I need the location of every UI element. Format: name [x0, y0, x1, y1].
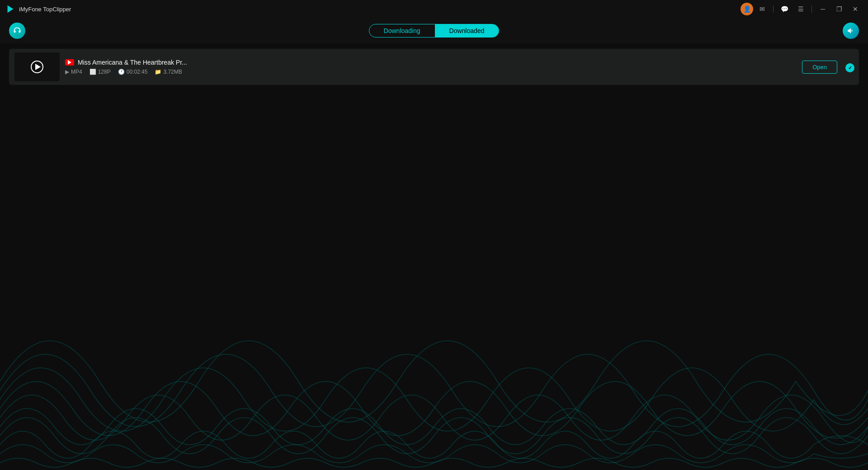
- folder-icon: 📁: [155, 69, 161, 75]
- restore-icon: ❐: [836, 5, 842, 13]
- format-value: MP4: [71, 69, 82, 75]
- toolbar-right: [843, 23, 859, 39]
- mail-button[interactable]: ✉: [755, 3, 769, 15]
- separator: [773, 5, 774, 13]
- duration-value: 00:02:45: [127, 69, 148, 75]
- close-button[interactable]: ✕: [848, 3, 863, 15]
- downloading-tab[interactable]: Downloading: [369, 24, 435, 37]
- chat-icon: 💬: [781, 5, 788, 13]
- restore-button[interactable]: ❐: [832, 3, 846, 15]
- mail-icon: ✉: [760, 5, 765, 13]
- open-button[interactable]: Open: [802, 61, 837, 74]
- headphone-icon: [13, 26, 22, 35]
- duration-meta: 🕐 00:02:45: [118, 69, 148, 75]
- separator2: [811, 5, 812, 13]
- svg-marker-0: [8, 5, 14, 13]
- menu-button[interactable]: ☰: [793, 3, 808, 15]
- toolbar: Downloading Downloaded: [0, 18, 868, 43]
- youtube-icon: [65, 59, 74, 66]
- downloaded-tab[interactable]: Downloaded: [435, 24, 499, 37]
- check-badge: ✓: [845, 63, 854, 72]
- size-meta: 📁 3.72MB: [155, 69, 182, 75]
- chat-button[interactable]: 💬: [777, 3, 792, 15]
- app-title: iMyFone TopClipper: [19, 6, 71, 13]
- tabs-container: Downloading Downloaded: [369, 24, 500, 38]
- wave-background: .wave-line { fill: none; stroke: #006060…: [0, 246, 868, 470]
- format-meta: ▶ MP4: [65, 69, 82, 75]
- user-avatar-button[interactable]: 👤: [741, 3, 753, 15]
- main-content: Miss Americana & The Heartbreak Pr... ▶ …: [0, 43, 868, 470]
- menu-icon: ☰: [798, 5, 804, 13]
- speaker-icon: [847, 27, 855, 35]
- size-value: 3.72MB: [163, 69, 182, 75]
- clock-icon: 🕐: [118, 69, 125, 75]
- toolbar-left: [9, 23, 25, 39]
- video-meta: ▶ MP4 ⬜ 128P 🕐 00:02:45 📁 3.72MB: [65, 69, 797, 75]
- titlebar-left: iMyFone TopClipper: [5, 4, 71, 14]
- app-logo-icon: [5, 4, 15, 14]
- logo-circle-button[interactable]: [9, 23, 25, 39]
- resolution-value: 128P: [98, 69, 111, 75]
- video-title: Miss Americana & The Heartbreak Pr...: [78, 59, 187, 66]
- format-icon: ▶: [65, 69, 69, 75]
- close-icon: ✕: [853, 5, 858, 13]
- resolution-icon: ⬜: [90, 69, 96, 75]
- video-info: Miss Americana & The Heartbreak Pr... ▶ …: [65, 59, 797, 75]
- play-icon: [31, 61, 43, 73]
- resolution-meta: ⬜ 128P: [90, 69, 111, 75]
- speaker-button[interactable]: [843, 23, 859, 39]
- titlebar-controls: 👤 ✉ 💬 ☰ ─ ❐ ✕: [741, 3, 863, 15]
- video-item: Miss Americana & The Heartbreak Pr... ▶ …: [9, 49, 859, 85]
- titlebar: iMyFone TopClipper 👤 ✉ 💬 ☰ ─ ❐ ✕: [0, 0, 868, 18]
- avatar-icon: 👤: [743, 5, 751, 13]
- video-thumbnail[interactable]: [14, 52, 60, 81]
- video-title-row: Miss Americana & The Heartbreak Pr...: [65, 59, 797, 66]
- minimize-icon: ─: [821, 5, 825, 13]
- content-area: Miss Americana & The Heartbreak Pr... ▶ …: [0, 43, 868, 470]
- minimize-button[interactable]: ─: [816, 3, 830, 15]
